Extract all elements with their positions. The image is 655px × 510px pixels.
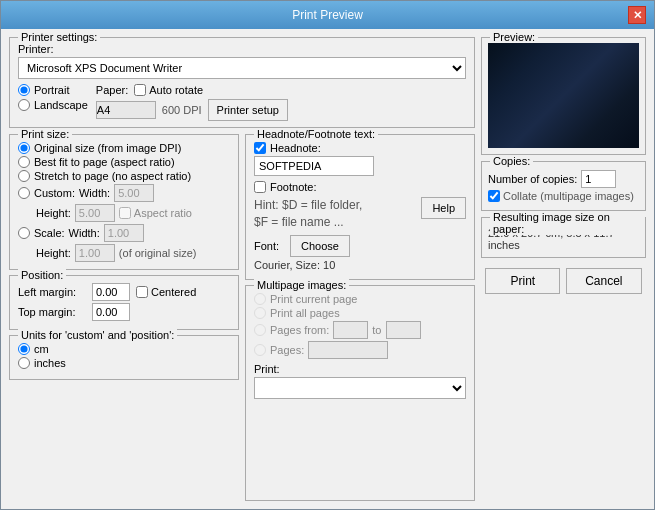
custom-main-row: Custom: Width: bbox=[18, 184, 230, 202]
auto-rotate-label: Auto rotate bbox=[149, 84, 203, 96]
pages-radio[interactable] bbox=[254, 344, 266, 356]
scale-radio[interactable] bbox=[18, 227, 30, 239]
left-column: Print size: Original size (from image DP… bbox=[9, 134, 239, 501]
top-margin-input[interactable] bbox=[92, 303, 130, 321]
inches-radio[interactable] bbox=[18, 357, 30, 369]
orientation-row: Portrait Landscape Paper: Auto rota bbox=[18, 84, 466, 121]
original-size-radio[interactable] bbox=[18, 142, 30, 154]
custom-radio[interactable] bbox=[18, 187, 30, 199]
print-size-label: Print size: bbox=[18, 128, 72, 140]
paper-top-row: Paper: Auto rotate bbox=[96, 84, 466, 96]
pages-input[interactable] bbox=[308, 341, 388, 359]
hint-help-row: Hint: $D = file folder,$F = file name ..… bbox=[254, 197, 466, 231]
pages-from-input[interactable] bbox=[333, 321, 368, 339]
best-fit-option: Best fit to page (aspect ratio) bbox=[18, 156, 230, 168]
right-column: Headnote/Footnote text: Headnote: Footno… bbox=[245, 134, 475, 501]
font-value: Courier, Size: 10 bbox=[254, 259, 466, 271]
title-bar: Print Preview ✕ bbox=[1, 1, 654, 29]
landscape-radio[interactable] bbox=[18, 99, 30, 111]
print-current-radio[interactable] bbox=[254, 293, 266, 305]
portrait-label: Portrait bbox=[34, 84, 69, 96]
centered-check-row: Centered bbox=[136, 286, 196, 298]
print-button[interactable]: Print bbox=[485, 268, 560, 294]
top-margin-row: Top margin: bbox=[18, 303, 230, 321]
print-dropdown-section: Print: bbox=[254, 363, 466, 399]
position-group: Position: Left margin: Centered Top marg… bbox=[9, 275, 239, 330]
left-panel: Printer settings: Printer: Microsoft XPS… bbox=[9, 37, 475, 501]
printer-settings-label: Printer settings: bbox=[18, 31, 100, 43]
left-margin-row: Left margin: Centered bbox=[18, 283, 230, 301]
centered-label: Centered bbox=[151, 286, 196, 298]
multipage-group: Multipage images: Print current page Pri… bbox=[245, 285, 475, 501]
choose-button[interactable]: Choose bbox=[290, 235, 350, 257]
num-copies-label: Number of copies: bbox=[488, 173, 577, 185]
paper-col: Paper: Auto rotate 600 DPI Printer setup bbox=[96, 84, 466, 121]
left-margin-input[interactable] bbox=[92, 283, 130, 301]
right-panel: Preview: Copies: Number of copies: Colla… bbox=[481, 37, 646, 501]
print-current-row: Print current page bbox=[254, 293, 466, 305]
headnote-label: Headnote/Footnote text: bbox=[254, 128, 378, 140]
hint-text: Hint: $D = file folder,$F = file name ..… bbox=[254, 197, 415, 231]
preview-image bbox=[488, 43, 639, 148]
top-margin-label: Top margin: bbox=[18, 306, 86, 318]
scale-main-row: Scale: Width: bbox=[18, 224, 230, 242]
best-fit-radio[interactable] bbox=[18, 156, 30, 168]
original-size-label: Original size (from image DPI) bbox=[34, 142, 181, 154]
footnote-check-label: Footnote: bbox=[270, 181, 316, 193]
pages-from-radio[interactable] bbox=[254, 324, 266, 336]
headnote-check-label: Headnote: bbox=[270, 142, 321, 154]
print-size-group: Print size: Original size (from image DP… bbox=[9, 134, 239, 270]
dpi-value: 600 DPI bbox=[162, 104, 202, 116]
printer-setup-button[interactable]: Printer setup bbox=[208, 99, 288, 121]
scale-label: Scale: bbox=[34, 227, 65, 239]
cm-radio[interactable] bbox=[18, 343, 30, 355]
scale-width-input[interactable] bbox=[104, 224, 144, 242]
action-buttons: Print Cancel bbox=[481, 268, 646, 294]
cm-label: cm bbox=[34, 343, 49, 355]
pages-from-row: Pages from: to bbox=[254, 321, 466, 339]
print-dropdown[interactable] bbox=[254, 377, 466, 399]
footnote-checkbox[interactable] bbox=[254, 181, 266, 193]
inches-label: inches bbox=[34, 357, 66, 369]
print-dropdown-label: Print: bbox=[254, 363, 466, 375]
window-title: Print Preview bbox=[27, 8, 628, 22]
pages-to-input[interactable] bbox=[386, 321, 421, 339]
cm-option: cm bbox=[18, 343, 230, 355]
copies-group: Copies: Number of copies: Collate (multi… bbox=[481, 161, 646, 211]
original-size-option: Original size (from image DPI) bbox=[18, 142, 230, 154]
num-copies-input[interactable] bbox=[581, 170, 616, 188]
printer-dropdown[interactable]: Microsoft XPS Document Writer bbox=[18, 57, 466, 79]
printer-label: Printer: bbox=[18, 43, 466, 55]
pages-row: Pages: bbox=[254, 341, 466, 359]
paper-size-input[interactable] bbox=[96, 101, 156, 119]
scale-height-input[interactable] bbox=[75, 244, 115, 262]
custom-width-input[interactable] bbox=[114, 184, 154, 202]
collate-checkbox[interactable] bbox=[488, 190, 500, 202]
portrait-radio-row: Portrait bbox=[18, 84, 88, 96]
landscape-radio-row: Landscape bbox=[18, 99, 88, 111]
close-button[interactable]: ✕ bbox=[628, 6, 646, 24]
cancel-button[interactable]: Cancel bbox=[566, 268, 641, 294]
stretch-option: Stretch to page (no aspect ratio) bbox=[18, 170, 230, 182]
preview-group: Preview: bbox=[481, 37, 646, 155]
footnote-check-row: Footnote: bbox=[254, 181, 466, 193]
multipage-label: Multipage images: bbox=[254, 279, 349, 291]
print-all-radio[interactable] bbox=[254, 307, 266, 319]
aspect-ratio-checkbox[interactable] bbox=[119, 207, 131, 219]
headnote-input[interactable] bbox=[254, 156, 374, 176]
custom-height-input[interactable] bbox=[75, 204, 115, 222]
stretch-radio[interactable] bbox=[18, 170, 30, 182]
aspect-ratio-check: Aspect ratio bbox=[119, 207, 192, 219]
font-row: Font: Choose bbox=[254, 235, 466, 257]
paper-bottom-row: 600 DPI Printer setup bbox=[96, 99, 466, 121]
custom-height-row: Height: Aspect ratio bbox=[18, 204, 230, 222]
help-button[interactable]: Help bbox=[421, 197, 466, 219]
portrait-radio[interactable] bbox=[18, 84, 30, 96]
auto-rotate-checkbox[interactable] bbox=[134, 84, 146, 96]
centered-checkbox[interactable] bbox=[136, 286, 148, 298]
headnote-checkbox[interactable] bbox=[254, 142, 266, 154]
printer-settings-group: Printer settings: Printer: Microsoft XPS… bbox=[9, 37, 475, 128]
preview-label: Preview: bbox=[490, 31, 538, 43]
pages-label: Pages: bbox=[270, 344, 304, 356]
to-label: to bbox=[372, 324, 381, 336]
